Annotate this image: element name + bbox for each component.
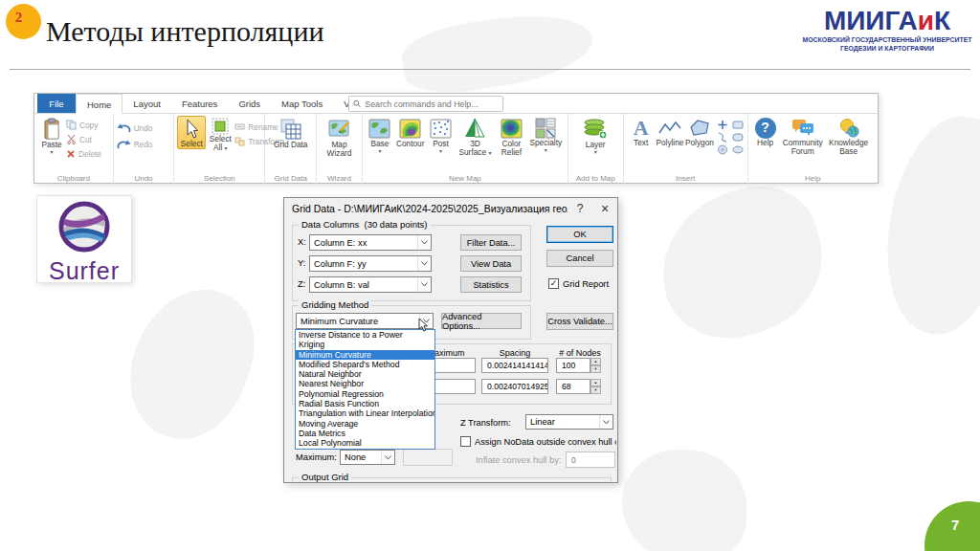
delete-button[interactable]: Delete — [66, 147, 101, 160]
grid-report-checkbox[interactable]: ✓ — [548, 278, 559, 289]
insert-spline-button[interactable] — [717, 132, 728, 143]
y-column-combo[interactable]: Column F: yy — [309, 255, 432, 272]
specialty-button[interactable]: Specialty ▾ — [527, 116, 564, 153]
cancel-button[interactable]: Cancel — [546, 250, 613, 267]
dropdown-item[interactable]: Nearest Neighbor — [296, 379, 434, 388]
dropdown-item[interactable]: Local Polynomial — [296, 438, 434, 448]
gridding-method-combo[interactable]: Minimum Curvature — [296, 313, 434, 329]
copy-button[interactable]: Copy — [66, 119, 101, 131]
x-column-combo[interactable]: Column E: xx — [309, 234, 432, 251]
dropdown-item[interactable]: Natural Neighbor — [296, 369, 434, 379]
ok-button[interactable]: OK — [546, 226, 613, 243]
tab-features[interactable]: Features — [171, 94, 229, 113]
dropdown-item[interactable]: Kriging — [296, 340, 434, 349]
undo-button[interactable]: Undo — [117, 121, 153, 134]
dropdown-item[interactable]: Data Metrics — [296, 429, 434, 438]
view-data-button[interactable]: View Data — [460, 255, 522, 272]
y-spacing-field[interactable]: 0.002407014925 — [481, 379, 548, 394]
surface-3d-button[interactable]: 3D Surface ▾ — [455, 116, 495, 158]
tab-map-tools[interactable]: Map Tools — [271, 94, 333, 113]
dropdown-arrow-icon: ▾ — [594, 149, 597, 155]
post-map-button[interactable]: Post ▾ — [426, 116, 455, 154]
university-logo-subtitle: МОСКОВСКИЙ ГОСУДАРСТВЕННЫЙ УНИВЕРСИТЕТ Г… — [802, 36, 972, 54]
insert-ellipse-button[interactable] — [732, 144, 744, 155]
chevron-down-icon — [421, 240, 428, 245]
dialog-help-icon[interactable]: ? — [568, 202, 592, 215]
insert-circle-button[interactable] — [717, 144, 728, 155]
surface-3d-icon — [463, 118, 486, 140]
nodata-checkbox[interactable] — [460, 436, 471, 447]
cross-validate-button[interactable]: Cross Validate... — [546, 313, 613, 330]
ribbon-group-help: ? Help Community Forum — [748, 114, 878, 184]
page-number-badge: 7 — [924, 501, 980, 551]
ribbon-search[interactable] — [348, 96, 503, 112]
insert-symbol-button[interactable] — [717, 120, 728, 130]
map-watermark — [111, 272, 271, 454]
gridding-method-label: Gridding Method — [299, 299, 371, 310]
help-button[interactable]: ? Help — [751, 116, 780, 147]
dropdown-item[interactable]: Polynomial Regression — [296, 389, 434, 399]
tab-layout[interactable]: Layout — [122, 94, 171, 113]
specialty-icon — [535, 118, 556, 139]
dialog-title-bar[interactable]: Grid Data - D:\МИИГАиК\2024-2025\2025_Ви… — [284, 198, 617, 219]
ribbon-group-undo: Undo Redo Undo — [114, 114, 175, 184]
group-label-undo: Undo — [114, 174, 174, 183]
contour-map-icon — [399, 118, 421, 140]
z-transform-combo[interactable]: Linear — [525, 414, 613, 430]
redo-button[interactable]: Redo — [117, 138, 153, 150]
close-icon[interactable]: × — [592, 201, 617, 216]
dropdown-item-selected[interactable]: Minimum Curvature — [296, 350, 434, 360]
ribbon-group-insert: A Text Polyline Polygon — [624, 114, 748, 184]
surfer-ribbon-window: File Home Layout Features Grids Map Tool… — [33, 93, 879, 184]
mouse-cursor-icon — [418, 318, 429, 333]
color-relief-button[interactable]: Color Relief — [495, 116, 527, 158]
contour-map-button[interactable]: Contour — [394, 116, 427, 148]
dropdown-item[interactable]: Radial Basis Function — [296, 399, 434, 408]
z-column-combo[interactable]: Column B: val — [309, 276, 432, 293]
insert-polyline-button[interactable]: Polyline — [656, 116, 685, 147]
community-forum-button[interactable]: Community Forum — [780, 116, 826, 157]
y-nodes-field[interactable]: 68 — [556, 379, 590, 394]
x-nodes-field[interactable]: 100 — [556, 358, 590, 373]
select-cursor-icon — [185, 119, 198, 140]
undo-icon — [117, 123, 131, 133]
group-label-clipboard: Clipboard — [34, 174, 113, 183]
dropdown-item[interactable]: Moving Average — [296, 419, 434, 429]
transform-icon — [234, 137, 245, 146]
insert-rectangle-button[interactable] — [732, 120, 744, 130]
x-spacing-field[interactable]: 0.002414141414 — [481, 358, 548, 373]
tab-grids[interactable]: Grids — [228, 94, 271, 113]
knowledge-base-button[interactable]: Knowledge Base — [826, 116, 872, 157]
statistics-button[interactable]: Statistics — [460, 276, 522, 293]
insert-rounded-rect-button[interactable] — [732, 132, 744, 143]
insert-polygon-button[interactable]: Polygon — [684, 116, 714, 147]
text-icon: A — [634, 118, 649, 139]
cut-icon — [66, 134, 77, 144]
grid-data-button[interactable]: Grid Data — [272, 116, 310, 149]
z-label: Z: — [298, 279, 305, 289]
dropdown-item[interactable]: Modified Shepard's Method — [296, 360, 434, 369]
dropdown-item[interactable]: Triangulation with Linear Interpolation — [296, 408, 434, 418]
page-number: 7 — [951, 517, 959, 533]
inflate-field[interactable]: 0 — [566, 452, 615, 468]
tab-file[interactable]: File — [37, 94, 76, 113]
layer-button[interactable]: Layer ▾ — [581, 116, 610, 155]
insert-text-button[interactable]: A Text — [627, 116, 656, 147]
filter-data-button[interactable]: Filter Data... — [460, 234, 522, 251]
tab-home[interactable]: Home — [76, 94, 122, 114]
x-nodes-spinner[interactable]: ▴▾ — [590, 358, 601, 373]
group-label-help: Help — [748, 174, 878, 183]
select-all-button[interactable]: Select All ▾ — [206, 116, 234, 153]
select-button[interactable]: Select — [177, 116, 206, 149]
dropdown-item[interactable]: Inverse Distance to a Power — [296, 330, 434, 340]
group-label-selection: Selection — [174, 174, 264, 183]
search-input[interactable] — [365, 99, 499, 109]
maximum-combo[interactable]: None — [340, 450, 395, 465]
paste-button[interactable]: Paste ▾ — [37, 116, 66, 155]
y-nodes-spinner[interactable]: ▴▾ — [590, 379, 601, 394]
advanced-options-button[interactable]: Advanced Options... — [441, 313, 522, 329]
layer-icon — [583, 118, 608, 141]
cut-button[interactable]: Cut — [66, 133, 101, 145]
base-map-button[interactable]: Base ▾ — [366, 116, 394, 154]
map-wizard-button[interactable]: Map Wizard — [320, 116, 359, 159]
